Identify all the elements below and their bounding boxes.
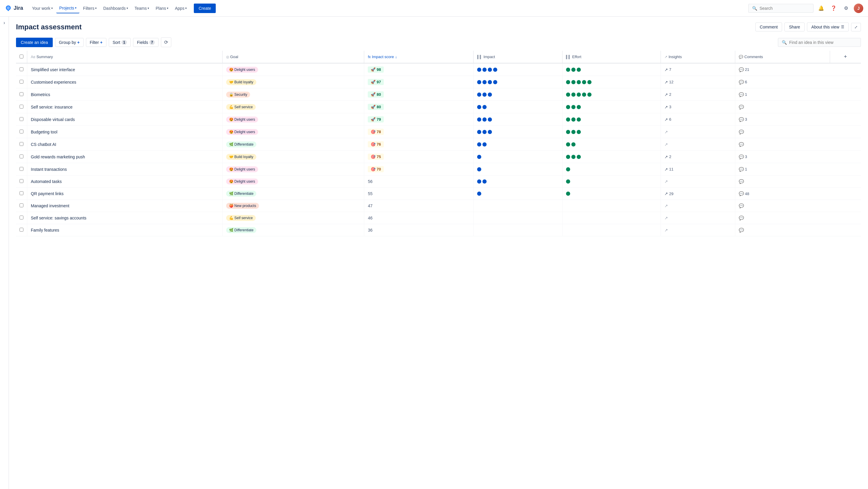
row-goal[interactable]: 💪 Self service (222, 101, 364, 113)
row-impact-dots (473, 224, 562, 236)
filter-button[interactable]: Filter + (86, 38, 106, 47)
row-summary[interactable]: Automated tasks (27, 176, 222, 188)
row-goal[interactable]: 💪 Self service (222, 212, 364, 224)
row-goal[interactable]: 🤝 Build loyalty (222, 151, 364, 163)
impact-dot (488, 80, 492, 84)
goal-badge[interactable]: 😍 Delight users (226, 67, 258, 73)
row-goal[interactable]: 🌿 Differentiate (222, 138, 364, 151)
row-checkbox[interactable] (20, 67, 23, 71)
row-insights: ↗ 2 (660, 88, 735, 101)
create-idea-button[interactable]: Create an idea (16, 38, 53, 47)
avatar[interactable]: J (854, 4, 863, 13)
impact-dot (483, 105, 487, 109)
goal-badge[interactable]: 😍 Delight users (226, 117, 258, 122)
notifications-icon[interactable]: 🔔 (817, 4, 825, 12)
goal-badge[interactable]: 💪 Self service (226, 215, 256, 221)
row-summary[interactable]: Self service: savings accounts (27, 212, 222, 224)
effort-dot (566, 117, 570, 122)
insights-value: ↗ 2 (664, 154, 732, 159)
comment-button[interactable]: Comment (755, 23, 782, 31)
row-goal[interactable]: 🍑 New products (222, 200, 364, 212)
row-goal[interactable]: 😍 Delight users (222, 163, 364, 176)
row-goal[interactable]: 🌿 Differentiate (222, 224, 364, 236)
row-checkbox[interactable] (20, 228, 23, 232)
trend-up-icon: ↗ (664, 80, 668, 85)
row-checkbox[interactable] (20, 154, 23, 159)
row-summary[interactable]: QR payment links (27, 188, 222, 200)
row-checkbox[interactable] (20, 142, 23, 146)
row-summary[interactable]: Simplified user interface (27, 63, 222, 76)
goal-badge[interactable]: 🌿 Differentiate (226, 227, 257, 233)
topnav-link-your-work[interactable]: Your work ▾ (29, 4, 56, 13)
topnav-link-apps[interactable]: Apps ▾ (172, 4, 190, 13)
row-checkbox[interactable] (20, 130, 23, 134)
settings-icon[interactable]: ⚙ (842, 4, 850, 12)
refresh-button[interactable]: ⟳ (161, 37, 171, 47)
sidebar-toggle[interactable]: › (0, 17, 9, 489)
row-goal[interactable]: 😍 Delight users (222, 113, 364, 126)
row-comments: 💬 21 (735, 63, 830, 76)
row-checkbox[interactable] (20, 203, 23, 207)
row-goal[interactable]: 🤝 Build loyalty (222, 76, 364, 88)
row-checkbox[interactable] (20, 117, 23, 121)
group-by-button[interactable]: Group by + (55, 38, 84, 47)
row-checkbox[interactable] (20, 215, 23, 220)
row-checkbox[interactable] (20, 191, 23, 195)
row-checkbox[interactable] (20, 105, 23, 109)
goal-badge[interactable]: 🤝 Build loyalty (226, 154, 256, 160)
expand-button[interactable]: ⤢ (851, 23, 861, 31)
search-box[interactable]: 🔍 (748, 4, 813, 13)
row-checkbox[interactable] (20, 80, 23, 84)
topnav-link-projects[interactable]: Projects ▾ (56, 3, 80, 13)
help-icon[interactable]: ❓ (830, 4, 838, 12)
goal-badge[interactable]: 😍 Delight users (226, 129, 258, 135)
chevron-down-icon: ▾ (127, 6, 128, 10)
row-summary[interactable]: Gold rewards marketing push (27, 151, 222, 163)
row-goal[interactable]: 😍 Delight users (222, 126, 364, 138)
about-this-view-button[interactable]: About this view ☰ (807, 23, 849, 31)
row-insights: ↗ 3 (660, 101, 735, 113)
goal-badge[interactable]: 💪 Self service (226, 104, 256, 110)
row-goal[interactable]: 🌿 Differentiate (222, 188, 364, 200)
row-summary[interactable]: Biometrics (27, 88, 222, 101)
row-summary[interactable]: Self service: insurance (27, 101, 222, 113)
goal-badge[interactable]: 🌿 Differentiate (226, 141, 257, 147)
goal-badge[interactable]: 🔒 Security (226, 92, 250, 97)
row-summary[interactable]: Managed investment (27, 200, 222, 212)
goal-badge[interactable]: 😍 Delight users (226, 166, 258, 172)
filter-plus: + (100, 40, 102, 45)
row-summary[interactable]: Disposable virtual cards (27, 113, 222, 126)
row-summary[interactable]: CS chatbot AI (27, 138, 222, 151)
row-goal[interactable]: 😍 Delight users (222, 63, 364, 76)
row-impact-dots (473, 126, 562, 138)
trend-up-icon: ↗ (664, 117, 668, 122)
logo[interactable]: Jira (5, 5, 23, 12)
select-all-checkbox[interactable] (20, 55, 23, 58)
row-summary[interactable]: Customised experiences (27, 76, 222, 88)
topnav-link-teams[interactable]: Teams ▾ (131, 4, 152, 13)
create-button[interactable]: Create (194, 4, 216, 13)
search-input[interactable] (760, 6, 810, 11)
row-checkbox[interactable] (20, 92, 23, 96)
goal-badge[interactable]: 😍 Delight users (226, 178, 258, 184)
topnav-link-filters[interactable]: Filters ▾ (80, 4, 100, 13)
goal-badge[interactable]: 🤝 Build loyalty (226, 79, 256, 85)
th-add-column[interactable]: + (830, 51, 861, 63)
row-goal[interactable]: 🔒 Security (222, 88, 364, 101)
toolbar-search-input[interactable] (789, 40, 857, 45)
toolbar-search-box[interactable]: 🔍 (778, 38, 861, 47)
row-goal[interactable]: 😍 Delight users (222, 176, 364, 188)
row-checkbox[interactable] (20, 179, 23, 183)
share-button[interactable]: Share (784, 23, 804, 31)
row-summary[interactable]: Family features (27, 224, 222, 236)
row-summary[interactable]: Budgeting tool (27, 126, 222, 138)
goal-badge[interactable]: 🌿 Differentiate (226, 191, 257, 197)
fields-button[interactable]: Fields 7 (133, 38, 159, 47)
chevron-down-icon: ▾ (167, 6, 168, 10)
row-checkbox[interactable] (20, 167, 23, 171)
goal-badge[interactable]: 🍑 New products (226, 203, 259, 209)
topnav-link-dashboards[interactable]: Dashboards ▾ (100, 4, 131, 13)
row-summary[interactable]: Instant transactions (27, 163, 222, 176)
sort-button[interactable]: Sort 1 (109, 38, 131, 47)
topnav-link-plans[interactable]: Plans ▾ (153, 4, 171, 13)
